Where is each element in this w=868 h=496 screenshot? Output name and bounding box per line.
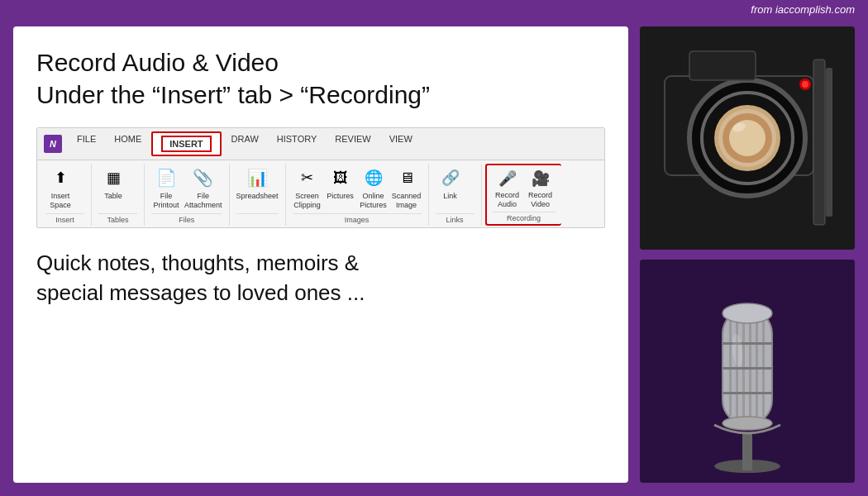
online-pictures-icon: 🌐 bbox=[361, 165, 386, 190]
spreadsheet-group-label bbox=[236, 213, 279, 224]
svg-point-28 bbox=[723, 417, 772, 430]
spreadsheet-label: Spreadsheet bbox=[236, 192, 279, 201]
ribbon-item-link[interactable]: 🔗 Link bbox=[436, 165, 465, 201]
svg-rect-16 bbox=[742, 433, 752, 470]
ribbon-group-links: 🔗 Link Links bbox=[432, 164, 482, 226]
scanned-image-icon: 🖥 bbox=[394, 165, 419, 190]
tab-history[interactable]: HISTORY bbox=[269, 131, 326, 156]
ribbon-item-pictures[interactable]: 🖼 Pictures bbox=[326, 165, 355, 201]
tab-home[interactable]: HOME bbox=[106, 131, 150, 156]
svg-rect-25 bbox=[723, 367, 772, 370]
left-panel: Record Audio & Video Under the “Insert” … bbox=[13, 26, 628, 483]
table-icon: ▦ bbox=[101, 165, 126, 190]
recording-group-label: Recording bbox=[492, 212, 556, 222]
ribbon-top: N FILE HOME INSERT DRAW HISTORY REVIEW V… bbox=[37, 128, 604, 160]
screen-clipping-icon: ✂ bbox=[295, 165, 320, 190]
insert-group-label: Insert bbox=[45, 213, 84, 224]
svg-point-27 bbox=[723, 303, 772, 323]
title-block: Record Audio & Video Under the “Insert” … bbox=[36, 46, 605, 111]
camera-photo bbox=[640, 26, 855, 250]
insert-space-label: InsertSpace bbox=[50, 192, 71, 210]
ribbon-item-record-audio[interactable]: 🎤 RecordAudio bbox=[492, 167, 523, 209]
ribbon-item-online-pictures[interactable]: 🌐 OnlinePictures bbox=[359, 165, 389, 210]
bottom-line2: special messages to loved ones ... bbox=[36, 280, 365, 305]
title-line2: Under the “Insert” tab > “Recording” bbox=[36, 81, 430, 108]
tab-draw[interactable]: DRAW bbox=[223, 131, 267, 156]
files-items: 📄 FilePrintout 📎 FileAttachment bbox=[151, 165, 222, 211]
links-items: 🔗 Link bbox=[436, 165, 475, 211]
record-video-icon: 🎥 bbox=[527, 167, 554, 190]
file-printout-label: FilePrintout bbox=[153, 192, 179, 210]
pictures-icon: 🖼 bbox=[328, 165, 353, 190]
scanned-image-label: ScannedImage bbox=[392, 192, 422, 210]
bottom-line1: Quick notes, thoughts, memoirs & bbox=[36, 250, 359, 275]
svg-point-13 bbox=[802, 81, 808, 88]
pictures-label: Pictures bbox=[327, 192, 354, 201]
svg-rect-9 bbox=[813, 60, 825, 225]
record-audio-icon: 🎤 bbox=[494, 167, 521, 190]
title-line1: Record Audio & Video bbox=[36, 49, 279, 76]
onenote-logo: N bbox=[44, 135, 62, 153]
links-group-label: Links bbox=[436, 213, 475, 224]
microphone-svg bbox=[640, 260, 855, 483]
tables-group-label: Tables bbox=[98, 213, 137, 224]
ribbon-item-file-printout[interactable]: 📄 FilePrintout bbox=[151, 165, 181, 210]
record-audio-label: RecordAudio bbox=[495, 191, 519, 209]
page-container: from iaccomplish.com Record Audio & Vide… bbox=[0, 0, 868, 496]
link-icon: 🔗 bbox=[438, 165, 463, 190]
ribbon-item-table[interactable]: ▦ Table bbox=[98, 165, 128, 201]
svg-rect-10 bbox=[826, 68, 832, 217]
ribbon-group-images: ✂ ScreenClipping 🖼 Pictures 🌐 OnlinePict… bbox=[289, 164, 429, 226]
file-printout-icon: 📄 bbox=[154, 165, 179, 190]
tab-review[interactable]: REVIEW bbox=[327, 131, 379, 156]
ribbon-group-insert: ⬆ InsertSpace Insert bbox=[42, 164, 92, 226]
ribbon-group-spreadsheet: 📊 Spreadsheet bbox=[233, 164, 286, 226]
main-content: Record Audio & Video Under the “Insert” … bbox=[0, 18, 868, 496]
ribbon-group-recording: 🎤 RecordAudio 🎥 RecordVideo Recording bbox=[485, 164, 561, 226]
files-group-label: Files bbox=[151, 213, 222, 224]
svg-rect-24 bbox=[723, 342, 772, 345]
spreadsheet-items: 📊 Spreadsheet bbox=[236, 165, 279, 211]
ribbon-item-scanned-image[interactable]: 🖥 ScannedImage bbox=[392, 165, 422, 210]
tab-view[interactable]: VIEW bbox=[381, 131, 421, 156]
svg-rect-11 bbox=[689, 51, 756, 80]
ribbon-item-spreadsheet[interactable]: 📊 Spreadsheet bbox=[236, 165, 279, 201]
record-video-label: RecordVideo bbox=[528, 191, 552, 209]
images-group-label: Images bbox=[293, 213, 422, 224]
right-panel bbox=[640, 26, 855, 483]
table-label: Table bbox=[104, 192, 122, 201]
spreadsheet-icon: 📊 bbox=[245, 165, 269, 190]
top-bar: from iaccomplish.com bbox=[0, 0, 868, 18]
ribbon-item-record-video[interactable]: 🎥 RecordVideo bbox=[525, 167, 556, 209]
tab-insert[interactable]: INSERT bbox=[151, 131, 221, 156]
tables-items: ▦ Table bbox=[98, 165, 137, 211]
insert-items: ⬆ InsertSpace bbox=[45, 165, 84, 211]
microphone-photo bbox=[640, 260, 855, 483]
ribbon-tabs: FILE HOME INSERT DRAW HISTORY REVIEW VIE… bbox=[69, 131, 421, 156]
link-label: Link bbox=[443, 192, 457, 201]
bottom-text: Quick notes, thoughts, memoirs & special… bbox=[36, 248, 605, 308]
images-items: ✂ ScreenClipping 🖼 Pictures 🌐 OnlinePict… bbox=[293, 165, 422, 211]
ribbon: N FILE HOME INSERT DRAW HISTORY REVIEW V… bbox=[36, 127, 605, 228]
recording-items: 🎤 RecordAudio 🎥 RecordVideo bbox=[492, 167, 556, 209]
svg-rect-26 bbox=[723, 392, 772, 394]
ribbon-group-files: 📄 FilePrintout 📎 FileAttachment Files bbox=[148, 164, 230, 226]
ribbon-body: ⬆ InsertSpace Insert ▦ Table bbox=[37, 160, 604, 227]
file-attachment-icon: 📎 bbox=[191, 165, 216, 190]
ribbon-group-tables: ▦ Table Tables bbox=[95, 164, 145, 226]
insert-space-icon: ⬆ bbox=[48, 165, 73, 190]
ribbon-item-insert-space[interactable]: ⬆ InsertSpace bbox=[45, 165, 75, 210]
screen-clipping-label: ScreenClipping bbox=[293, 192, 321, 210]
ribbon-item-file-attachment[interactable]: 📎 FileAttachment bbox=[184, 165, 222, 210]
ribbon-item-screen-clipping[interactable]: ✂ ScreenClipping bbox=[293, 165, 322, 210]
url-text: from iaccomplish.com bbox=[751, 3, 855, 16]
camera-svg bbox=[640, 26, 855, 250]
file-attachment-label: FileAttachment bbox=[184, 192, 222, 210]
tab-file[interactable]: FILE bbox=[69, 131, 104, 156]
online-pictures-label: OnlinePictures bbox=[360, 192, 387, 210]
